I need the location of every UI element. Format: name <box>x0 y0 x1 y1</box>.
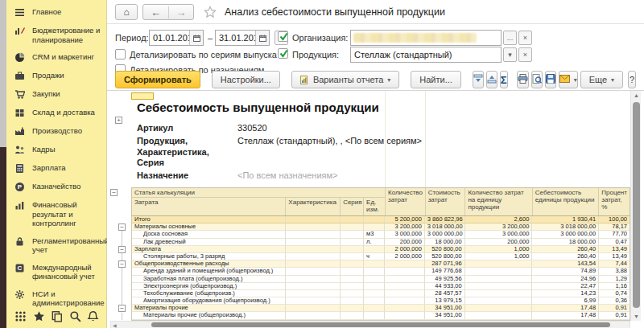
dropdown-arrow-icon: ▾ <box>574 76 577 84</box>
period-dash: – <box>208 33 213 43</box>
org-input[interactable] <box>350 30 502 46</box>
sidebar-item-intfin[interactable]: C Международный финансовый учет <box>6 259 107 285</box>
sidebar-item-finresult[interactable]: Финансовый результат и контроллинг <box>6 196 107 232</box>
report-variants-button[interactable]: Варианты отчета ▾ <box>291 71 399 88</box>
more-button[interactable]: Еще ▾ <box>580 71 623 88</box>
scroll-left-icon[interactable]: ◀ <box>113 322 117 328</box>
scroll-down-icon[interactable]: ▼ <box>634 314 639 319</box>
calendar-icon[interactable] <box>189 31 203 45</box>
apps-grid-icon[interactable] <box>14 310 27 322</box>
history-icon[interactable] <box>51 310 63 322</box>
horizontal-scrollbar[interactable]: ◀ <box>110 321 630 328</box>
period-to-input[interactable]: 31.01.2015 <box>215 30 270 46</box>
table-group-expander[interactable]: − <box>110 189 118 196</box>
table-row[interactable]: Материалы прочие 34 951,00 17,48 0,91 <box>132 305 630 312</box>
field-label: Продукция, Характеристика, Серия <box>137 136 235 169</box>
sidebar-menu: Главное Бюджетирование и планирование CR… <box>6 3 107 312</box>
sidebar-item-crm[interactable]: CRM и маркетинг <box>6 48 107 67</box>
sigma-icon: Σ <box>501 74 507 86</box>
table-row[interactable]: Столярные работы, 3 разряд ч 2 000,000 5… <box>132 253 630 260</box>
collapse-groups-button[interactable] <box>473 71 484 88</box>
table-row[interactable]: Аренда зданий и помещений (общепроизвод.… <box>132 268 630 275</box>
tree-line <box>122 276 122 283</box>
org-clear-button[interactable]: × <box>518 31 532 45</box>
mail-icon <box>559 75 570 84</box>
table-row[interactable]: Общепроизводственные расходы 287 071,96 … <box>132 260 630 268</box>
scroll-up-icon[interactable]: ▲ <box>634 92 639 98</box>
help-button[interactable]: ? <box>628 71 636 88</box>
product-checkbox[interactable] <box>278 48 288 59</box>
table-row[interactable]: Материалы прочие (общепроизвод.) 34 951,… <box>132 312 630 319</box>
notifications-bell-icon[interactable] <box>87 310 99 322</box>
send-mail-button[interactable]: ▾ <box>559 71 578 88</box>
group-expander[interactable]: − <box>118 223 126 231</box>
forward-button[interactable]: → <box>168 6 193 18</box>
field-label: Назначение <box>137 170 235 182</box>
home-button[interactable]: ⌂ <box>115 4 138 20</box>
print-button[interactable] <box>517 71 529 88</box>
vertical-scroll-thumb[interactable] <box>633 102 640 308</box>
org-checkbox[interactable] <box>278 31 288 42</box>
field-value: <По всем назначениям> <box>237 170 338 180</box>
detail-series-checkbox[interactable] <box>115 49 126 59</box>
back-button[interactable]: ← <box>143 6 168 18</box>
tree-line <box>122 239 122 246</box>
sidebar-item-purchases[interactable]: Закупки <box>6 85 107 104</box>
find-button[interactable]: Найти... <box>411 71 461 88</box>
save-button[interactable] <box>545 71 556 88</box>
table-row[interactable]: Зарплата 2 000,000 520 800,00 1,000 260,… <box>132 246 630 253</box>
report-variant-icon <box>300 76 309 84</box>
group-expander[interactable]: − <box>118 260 126 268</box>
org-select-button[interactable]: ... <box>503 31 517 45</box>
table-row[interactable]: Материалы основные 3 200,000 3 018 000,0… <box>132 223 630 231</box>
expand-groups-icon <box>487 74 497 85</box>
filter-panel: Период: 01.01.2015 – 31.01.2015 ... Орга… <box>107 24 644 71</box>
product-input[interactable]: Стеллаж (стандартный) <box>350 47 502 63</box>
sidebar-item-regaccount[interactable]: Регламентированный учет <box>6 232 107 259</box>
column-header-series: Серия <box>341 198 364 215</box>
selected-cell[interactable] <box>131 92 154 100</box>
sidebar-item-production[interactable]: Производство <box>6 122 107 141</box>
search-icon[interactable] <box>69 310 81 322</box>
group-expander[interactable]: − <box>118 305 126 312</box>
calendar-icon[interactable] <box>255 31 269 45</box>
settings-button[interactable]: Настройки... <box>212 71 280 88</box>
admin-icon <box>14 289 26 300</box>
sidebar-toolbar <box>6 307 107 325</box>
report-area: + − Себестоимость выпущенной продукции А… <box>107 90 644 328</box>
sidebar: Главное Бюджетирование и планирование CR… <box>6 0 107 328</box>
horizontal-scroll-thumb[interactable] <box>151 322 610 327</box>
generate-button[interactable]: Сформировать <box>115 71 200 88</box>
favorite-star-icon[interactable] <box>204 6 217 18</box>
preview-button[interactable] <box>531 71 543 88</box>
table-row[interactable]: Амортизация оборудования (общепроизвод.)… <box>132 297 630 305</box>
sidebar-item-sales[interactable]: Продажи <box>6 67 107 85</box>
vertical-scrollbar[interactable]: ▲ ▼ <box>630 91 641 321</box>
product-clear-button[interactable]: × <box>518 47 532 62</box>
table-row[interactable]: Электроэнергия (общепроизвод.) 44 933,00… <box>132 283 630 290</box>
table-row[interactable]: Заработная плата (общепроизвод.) 49 925,… <box>132 276 630 283</box>
product-dropdown-button[interactable]: ▾ <box>503 47 517 62</box>
sidebar-item-hr[interactable]: Кадры <box>6 141 107 159</box>
sidebar-item-salary[interactable]: Зарплата <box>6 159 107 178</box>
table-header: Статья калькуляции Затрата Характеристик… <box>131 187 630 216</box>
table-row[interactable]: Доска сосновая м3 3 000,000 3 000 000,00… <box>132 231 630 238</box>
sidebar-item-budget[interactable]: Бюджетирование и планирование <box>6 22 107 48</box>
table-row[interactable]: Техобслуживание (общепроизв.) 28 457,57 … <box>132 290 630 297</box>
sum-button[interactable]: Σ <box>500 71 508 88</box>
table-row[interactable]: Итого 5 200,000 3 860 822,96 2,600 1 930… <box>132 216 630 223</box>
sidebar-item-treasury[interactable]: P Казначейство <box>6 178 107 196</box>
favorites-star-icon[interactable] <box>33 310 45 322</box>
collapse-groups-icon <box>473 74 483 85</box>
crm-icon <box>14 52 26 63</box>
report-header-expander[interactable]: + <box>115 117 122 124</box>
sidebar-item-menu[interactable]: Главное <box>6 3 107 22</box>
period-from-input[interactable]: 01.01.2015 <box>149 30 204 46</box>
column-header-unit: Ед. изм. <box>364 198 385 215</box>
expand-groups-button[interactable] <box>486 71 497 88</box>
table-row[interactable]: Лак древесный л. 200,000 18 000,00 200,0… <box>132 239 630 246</box>
report-table: Статья калькуляции Затрата Характеристик… <box>131 187 630 321</box>
sidebar-item-warehouse[interactable]: Склад и доставка <box>6 104 107 122</box>
group-expander[interactable]: − <box>118 246 126 253</box>
detail-series-label: Детализировать по сериям выпуска <box>130 50 277 59</box>
